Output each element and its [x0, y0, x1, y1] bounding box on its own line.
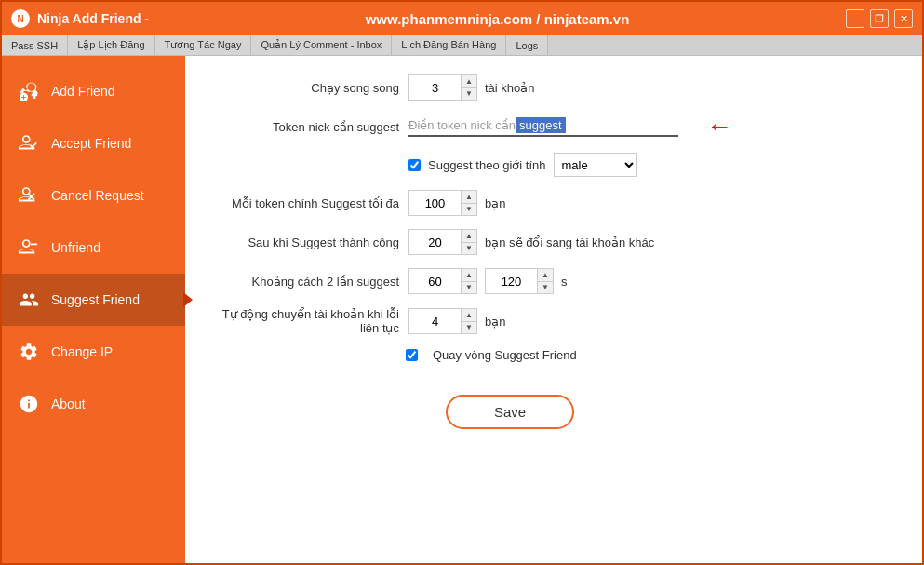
arrow-container: ←	[706, 114, 732, 140]
moi-token-down-btn[interactable]: ▼	[462, 203, 476, 215]
khoang-cach-field2[interactable]	[486, 269, 537, 293]
tu-dong-wrapper: ▲ ▼ bạn	[408, 308, 894, 334]
save-button[interactable]: Save	[446, 395, 574, 429]
tab-tuong-tac-ngay[interactable]: Tương Tác Ngay	[155, 35, 252, 55]
khoang-cach-spin-buttons2: ▲ ▼	[537, 269, 553, 293]
tab-lich-dang-ban-hang[interactable]: Lịch Đăng Bán Hàng	[392, 35, 506, 55]
sau-khi-group: Sau khi Suggest thành công ▲ ▼ bạn sẽ đổ…	[213, 229, 894, 255]
chay-song-song-input-wrapper: ▲ ▼ tài khoản	[408, 74, 894, 101]
sau-khi-field[interactable]	[409, 230, 461, 254]
token-input-wrapper: Điền token nick cần suggest ←	[408, 114, 894, 140]
tu-dong-spin-buttons: ▲ ▼	[461, 309, 476, 333]
minimize-button[interactable]: —	[846, 9, 864, 28]
chay-song-song-group: Chạy song song ▲ ▼ tài khoản	[213, 74, 894, 101]
khoang-cach-group: Khoảng cách 2 lần suggest ▲ ▼ ▲ ▼	[213, 268, 894, 294]
sidebar-item-unfriend[interactable]: Unfriend	[2, 222, 185, 274]
tab-quan-ly-comment[interactable]: Quản Lý Comment - Inbox	[251, 35, 392, 55]
moi-token-spin-buttons: ▲ ▼	[461, 191, 476, 215]
app-logo: N	[11, 9, 30, 28]
moi-token-group: Mỗi token chính Suggest tối đa ▲ ▼ bạn	[213, 190, 894, 216]
suggest-gender-group: Suggest theo giới tính male female all	[213, 153, 894, 177]
quay-vong-group: Quay vòng Suggest Friend	[406, 348, 894, 362]
person-check-icon	[16, 130, 42, 156]
chay-song-song-field[interactable]	[409, 75, 461, 100]
tu-dong-down-btn[interactable]: ▼	[462, 321, 476, 333]
tu-dong-suffix: bạn	[485, 315, 505, 329]
sidebar-item-cancel-request[interactable]: Cancel Request	[2, 169, 185, 222]
chay-song-song-label: Chạy song song	[213, 81, 399, 95]
sau-khi-suffix: bạn sẽ đổi sang tài khoản khác	[485, 235, 654, 249]
khoang-cach-suffix: s	[561, 275, 568, 289]
app-title: Ninja Add Friend -	[37, 11, 149, 26]
moi-token-suffix: bạn	[485, 196, 505, 210]
maximize-button[interactable]: ❐	[870, 9, 889, 28]
red-arrow-icon: ←	[706, 114, 732, 140]
sidebar: Add Friend Accept Friend Cancel Request	[2, 56, 185, 563]
quay-vong-label: Quay vòng Suggest Friend	[433, 348, 577, 362]
sau-khi-spin-buttons: ▲ ▼	[461, 230, 476, 254]
sidebar-label-add-friend: Add Friend	[51, 84, 114, 99]
sau-khi-up-btn[interactable]: ▲	[462, 230, 476, 242]
tab-logs[interactable]: Logs	[506, 35, 548, 55]
tu-dong-field[interactable]	[409, 309, 461, 333]
khoang-cach-spin-buttons1: ▲ ▼	[461, 269, 476, 293]
sidebar-item-add-friend[interactable]: Add Friend	[2, 65, 185, 117]
gear-icon	[16, 339, 42, 365]
token-input-container: Điền token nick cần suggest ←	[408, 114, 732, 140]
tab-pass-ssh[interactable]: Pass SSH	[2, 35, 68, 55]
suggest-gender-wrapper: Suggest theo giới tính male female all	[408, 153, 894, 177]
tu-dong-spinner: ▲ ▼	[408, 308, 477, 334]
moi-token-label: Mỗi token chính Suggest tối đa	[213, 196, 399, 210]
khoang-cach-down-btn1[interactable]: ▼	[462, 281, 476, 293]
title-bar-left: N Ninja Add Friend -	[11, 9, 149, 28]
khoang-cach-spinner2: ▲ ▼	[485, 268, 554, 294]
tu-dong-label: Tự động chuyển tài khoản khi lỗi liên tụ…	[213, 307, 399, 335]
active-arrow	[183, 292, 193, 307]
sidebar-label-cancel-request: Cancel Request	[51, 188, 144, 203]
sau-khi-label: Sau khi Suggest thành công	[213, 235, 399, 249]
person-suggest-icon	[16, 287, 42, 313]
window-subtitle: www.phanmemninja.com / ninjateam.vn	[149, 11, 846, 27]
token-input-display[interactable]: Điền token nick cần suggest	[408, 117, 678, 137]
khoang-cach-up-btn1[interactable]: ▲	[462, 269, 476, 281]
sau-khi-down-btn[interactable]: ▼	[462, 242, 476, 254]
sidebar-label-suggest-friend: Suggest Friend	[51, 292, 140, 307]
chay-song-song-up-btn[interactable]: ▲	[462, 75, 476, 87]
window-controls: — ❐ ✕	[846, 9, 913, 28]
tu-dong-up-btn[interactable]: ▲	[462, 309, 476, 321]
token-label: Token nick cần suggest	[213, 120, 399, 134]
moi-token-wrapper: ▲ ▼ bạn	[408, 190, 894, 216]
sidebar-label-change-ip: Change IP	[51, 344, 113, 359]
main-content: Add Friend Accept Friend Cancel Request	[2, 56, 922, 563]
info-icon	[16, 391, 42, 417]
suggest-gender-label: Suggest theo giới tính	[428, 158, 546, 172]
khoang-cach-wrapper: ▲ ▼ ▲ ▼ s	[408, 268, 894, 294]
khoang-cach-up-btn2[interactable]: ▲	[538, 269, 553, 281]
sidebar-item-change-ip[interactable]: Change IP	[2, 326, 185, 378]
sidebar-item-suggest-friend[interactable]: Suggest Friend	[2, 274, 185, 326]
moi-token-field[interactable]	[409, 191, 461, 215]
tab-lap-lich-dang[interactable]: Lập Lịch Đăng	[68, 35, 154, 55]
token-group: Token nick cần suggest Điền token nick c…	[213, 114, 894, 140]
tu-dong-group: Tự động chuyển tài khoản khi lỗi liên tụ…	[213, 307, 894, 335]
chay-song-song-down-btn[interactable]: ▼	[462, 87, 476, 100]
sidebar-item-accept-friend[interactable]: Accept Friend	[2, 117, 185, 169]
suggest-gender-checkbox[interactable]	[408, 159, 421, 171]
sidebar-item-about[interactable]: About	[2, 378, 185, 430]
close-button[interactable]: ✕	[894, 9, 913, 28]
person-minus-icon	[16, 235, 42, 261]
save-area: Save	[325, 376, 894, 429]
sidebar-label-unfriend: Unfriend	[51, 240, 100, 255]
chay-song-song-spin-buttons: ▲ ▼	[461, 75, 476, 100]
chay-song-song-suffix: tài khoản	[485, 81, 535, 95]
sidebar-label-about: About	[51, 397, 86, 411]
chay-song-song-spinner: ▲ ▼	[408, 74, 477, 101]
quay-vong-checkbox[interactable]	[406, 349, 418, 361]
gender-select[interactable]: male female all	[554, 153, 637, 177]
khoang-cach-field1[interactable]	[409, 269, 461, 293]
khoang-cach-down-btn2[interactable]: ▼	[538, 281, 553, 293]
title-bar: N Ninja Add Friend - www.phanmemninja.co…	[2, 2, 922, 35]
token-highlight: suggest	[516, 117, 566, 133]
khoang-cach-spinner1: ▲ ▼	[408, 268, 477, 294]
moi-token-up-btn[interactable]: ▲	[462, 191, 476, 203]
